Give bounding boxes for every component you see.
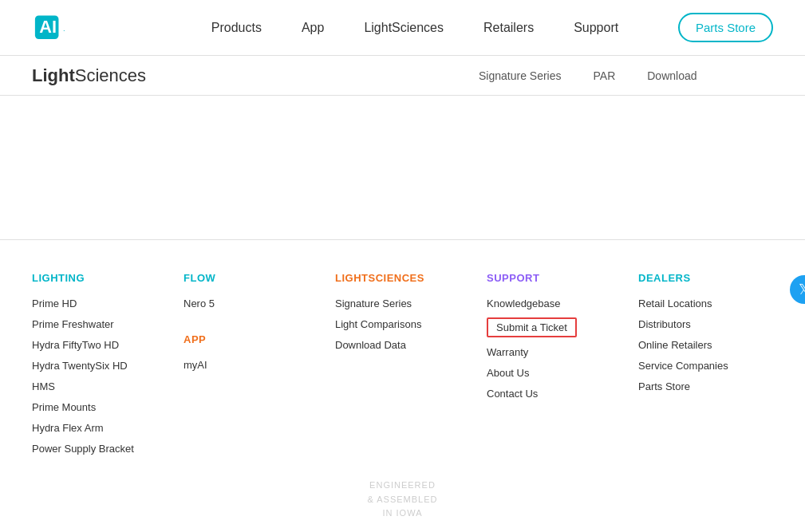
support-heading: SUPPORT xyxy=(487,272,614,284)
list-item: Signature Series xyxy=(335,297,463,309)
support-warranty[interactable]: Warranty xyxy=(487,346,528,358)
sub-nav-par[interactable]: PAR xyxy=(594,69,616,82)
footer-lighting-col: LIGHTING Prime HD Prime Freshwater Hydra… xyxy=(32,272,160,463)
lightsciences-heading: LIGHTSCIENCES xyxy=(335,272,463,284)
list-item: Contact Us xyxy=(487,387,614,400)
dealers-list: Retail Locations Distributors Online Ret… xyxy=(638,297,766,392)
sub-header: LightSciences Signature Series PAR Downl… xyxy=(0,56,805,96)
lighting-heading: LIGHTING xyxy=(32,272,160,284)
support-list: Knowledgebase Submit a Ticket Warranty A… xyxy=(487,297,614,400)
sub-nav: Signature Series PAR Download xyxy=(403,69,774,82)
list-item: myAI xyxy=(183,358,311,371)
list-item: Online Retailers xyxy=(638,338,766,351)
lighting-prime-hd[interactable]: Prime HD xyxy=(32,298,77,309)
list-item: Retail Locations xyxy=(638,297,766,309)
list-item: Parts Store xyxy=(638,380,766,392)
list-item: Prime Mounts xyxy=(32,400,160,413)
flow-heading: FLOW xyxy=(183,272,311,284)
flow-nero5[interactable]: Nero 5 xyxy=(183,298,215,309)
logo[interactable]: AI · xyxy=(32,8,88,48)
dealers-online[interactable]: Online Retailers xyxy=(638,339,712,351)
list-item: Light Comparisons xyxy=(335,317,463,330)
support-knowledgebase[interactable]: Knowledgebase xyxy=(487,298,561,309)
main-nav: Products App LightSciences Retailers Sup… xyxy=(152,21,678,35)
dealers-parts-store[interactable]: Parts Store xyxy=(638,380,690,392)
svg-text:·: · xyxy=(63,26,65,34)
list-item: Hydra Flex Arm xyxy=(32,421,160,434)
list-item: Download Data xyxy=(335,338,463,351)
nav-products[interactable]: Products xyxy=(211,21,262,35)
app-section: APP myAI xyxy=(183,333,311,379)
list-item: Prime HD xyxy=(32,297,160,309)
main-content xyxy=(0,96,805,239)
footer: LIGHTING Prime HD Prime Freshwater Hydra… xyxy=(0,239,805,532)
list-item: About Us xyxy=(487,366,614,379)
list-item: Service Companies xyxy=(638,359,766,372)
footer-social: 𝕏 f xyxy=(790,272,805,463)
footer-dealers-col: DEALERS Retail Locations Distributors On… xyxy=(638,272,766,463)
list-item: Prime Freshwater xyxy=(32,317,160,330)
list-item: Nero 5 xyxy=(183,297,311,309)
lighting-hydra-52[interactable]: Hydra FiftyTwo HD xyxy=(32,339,119,351)
dealers-retail[interactable]: Retail Locations xyxy=(638,298,712,309)
ls-download-data[interactable]: Download Data xyxy=(335,339,406,351)
list-item: Hydra FiftyTwo HD xyxy=(32,338,160,351)
list-item: Power Supply Bracket xyxy=(32,442,160,455)
nav-app[interactable]: App xyxy=(302,21,324,35)
main-header: AI · Products App LightSciences Retailer… xyxy=(0,0,805,56)
dealers-distributors[interactable]: Distributors xyxy=(638,318,691,330)
title-sciences-part: Sciences xyxy=(75,65,146,85)
list-item: Distributors xyxy=(638,317,766,330)
lighting-hms[interactable]: HMS xyxy=(32,380,55,392)
lighting-prime-freshwater[interactable]: Prime Freshwater xyxy=(32,318,114,330)
lighting-list: Prime HD Prime Freshwater Hydra FiftyTwo… xyxy=(32,297,160,455)
social-icons-group: 𝕏 f xyxy=(790,275,805,304)
lightsciences-list: Signature Series Light Comparisons Downl… xyxy=(335,297,463,351)
support-about[interactable]: About Us xyxy=(487,367,529,379)
flow-list: Nero 5 xyxy=(183,297,311,309)
footer-bottom: ENGINEERED & ASSEMBLED IN IOWA xyxy=(32,463,773,521)
list-item: HMS xyxy=(32,380,160,392)
engineered-text: ENGINEERED & ASSEMBLED IN IOWA xyxy=(367,479,437,521)
footer-flow-app-col: FLOW Nero 5 APP myAI xyxy=(183,272,311,463)
ls-signature[interactable]: Signature Series xyxy=(335,298,412,309)
nav-lightsciences[interactable]: LightSciences xyxy=(364,21,444,35)
lighting-prime-mounts[interactable]: Prime Mounts xyxy=(32,401,96,413)
app-list: myAI xyxy=(183,358,311,371)
sub-nav-download[interactable]: Download xyxy=(647,69,696,82)
ls-light-comparisons[interactable]: Light Comparisons xyxy=(335,318,421,330)
support-contact[interactable]: Contact Us xyxy=(487,388,538,400)
list-item: Warranty xyxy=(487,345,614,358)
twitter-icon[interactable]: 𝕏 xyxy=(790,275,805,304)
list-item: Knowledgebase xyxy=(487,297,614,309)
footer-lightsciences-col: LIGHTSCIENCES Signature Series Light Com… xyxy=(335,272,463,463)
list-item: Submit a Ticket xyxy=(487,317,614,337)
support-submit-ticket[interactable]: Submit a Ticket xyxy=(487,317,577,337)
dealers-service[interactable]: Service Companies xyxy=(638,360,728,372)
svg-text:AI: AI xyxy=(39,17,57,37)
dealers-heading: DEALERS xyxy=(638,272,766,284)
lighting-hydra-flex[interactable]: Hydra Flex Arm xyxy=(32,422,104,434)
title-light-part: Light xyxy=(32,65,75,85)
footer-support-col: SUPPORT Knowledgebase Submit a Ticket Wa… xyxy=(487,272,614,463)
app-myai[interactable]: myAI xyxy=(183,359,207,371)
lighting-power-supply[interactable]: Power Supply Bracket xyxy=(32,443,134,455)
lighting-hydra-26[interactable]: Hydra TwentySix HD xyxy=(32,360,128,372)
nav-retailers[interactable]: Retailers xyxy=(483,21,534,35)
sub-nav-signature[interactable]: Signature Series xyxy=(479,69,562,82)
nav-support[interactable]: Support xyxy=(574,21,618,35)
flow-section: FLOW Nero 5 xyxy=(183,272,311,317)
section-title: LightSciences xyxy=(32,65,403,86)
list-item: Hydra TwentySix HD xyxy=(32,359,160,372)
parts-store-button[interactable]: Parts Store xyxy=(678,13,773,42)
app-heading: APP xyxy=(183,333,311,345)
